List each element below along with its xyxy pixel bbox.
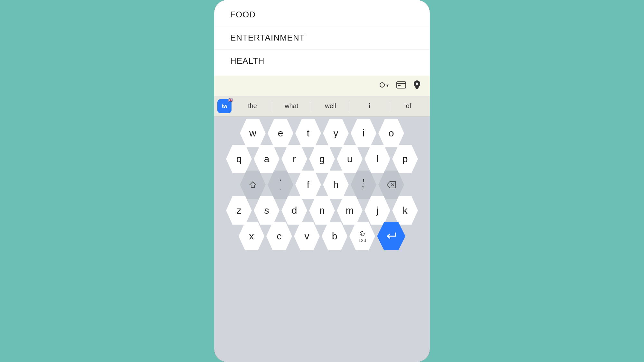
suggestion-i[interactable]: i <box>352 101 388 111</box>
suggestions-bar: tw 🇬🇧 the what well i of <box>214 96 430 116</box>
key-u[interactable]: u <box>337 145 363 173</box>
key-g[interactable]: g <box>309 145 335 173</box>
divider-2 <box>272 101 272 111</box>
toolbar <box>214 76 430 96</box>
divider-4 <box>350 101 350 111</box>
key-d[interactable]: d <box>281 196 307 225</box>
key-a[interactable]: a <box>254 145 279 173</box>
key-k[interactable]: k <box>392 196 418 225</box>
key-m[interactable]: m <box>337 196 363 225</box>
svg-rect-6 <box>398 85 401 86</box>
menu-item-food[interactable]: FOOD <box>214 3 430 26</box>
key-r[interactable]: r <box>281 145 307 173</box>
svg-point-7 <box>416 83 418 85</box>
tw-logo[interactable]: tw 🇬🇧 <box>217 99 232 113</box>
key-w[interactable]: w <box>240 119 266 147</box>
key-punct-apostrophe[interactable]: ' . <box>268 171 293 199</box>
key-icon[interactable] <box>380 82 389 90</box>
smiley-icon: ☺ <box>358 229 366 237</box>
keyboard-row-4: z s d n m j k <box>215 196 429 225</box>
phone-container: FOOD ENTERTAINMENT HEALTH <box>214 0 430 362</box>
key-h[interactable]: h <box>323 171 349 199</box>
enter-key[interactable] <box>377 222 405 250</box>
location-icon[interactable] <box>414 80 420 91</box>
num-label: 123 <box>358 238 366 243</box>
svg-point-0 <box>380 83 384 87</box>
key-b[interactable]: b <box>322 222 347 250</box>
emoji-key[interactable]: ☺ 123 <box>349 222 375 250</box>
key-z[interactable]: z <box>226 196 252 225</box>
keyboard-row-2: q a r g u l p <box>215 145 429 173</box>
key-x[interactable]: x <box>239 222 264 250</box>
key-j[interactable]: j <box>365 196 390 225</box>
menu-item-entertainment[interactable]: ENTERTAINMENT <box>214 26 430 50</box>
card-icon[interactable] <box>396 81 406 90</box>
key-v[interactable]: v <box>294 222 320 250</box>
suggestion-the[interactable]: the <box>234 101 270 111</box>
key-punct-exclaim[interactable]: ! ?' <box>351 171 376 199</box>
shift-key[interactable] <box>240 171 266 199</box>
key-e[interactable]: e <box>268 119 293 147</box>
suggestion-well[interactable]: well <box>312 101 348 111</box>
svg-rect-4 <box>397 82 406 88</box>
tw-flag: 🇬🇧 <box>228 98 233 102</box>
divider-5 <box>389 101 389 111</box>
key-y[interactable]: y <box>323 119 349 147</box>
keyboard-row-5: x c v b ☺ 123 <box>215 222 429 250</box>
backspace-key[interactable] <box>378 171 404 199</box>
divider-3 <box>311 101 311 111</box>
content-area: FOOD ENTERTAINMENT HEALTH <box>214 0 430 76</box>
key-n[interactable]: n <box>309 196 335 225</box>
key-l[interactable]: l <box>365 145 390 173</box>
key-c[interactable]: c <box>266 222 292 250</box>
suggestion-what[interactable]: what <box>273 101 309 111</box>
suggestion-of[interactable]: of <box>391 101 427 111</box>
menu-item-health[interactable]: HEALTH <box>214 50 430 76</box>
keyboard-row-3: ' . f h ! ?' <box>215 171 429 199</box>
key-t[interactable]: t <box>295 119 321 147</box>
key-q[interactable]: q <box>226 145 252 173</box>
key-s[interactable]: s <box>254 196 279 225</box>
key-o[interactable]: o <box>378 119 404 147</box>
keyboard-row-1: w e t y i o <box>215 119 429 147</box>
divider-1 <box>233 101 233 111</box>
key-p[interactable]: p <box>392 145 418 173</box>
keyboard-area: w e t y i o q a r g u l p ' <box>214 116 430 362</box>
key-i[interactable]: i <box>351 119 376 147</box>
key-f[interactable]: f <box>295 171 321 199</box>
